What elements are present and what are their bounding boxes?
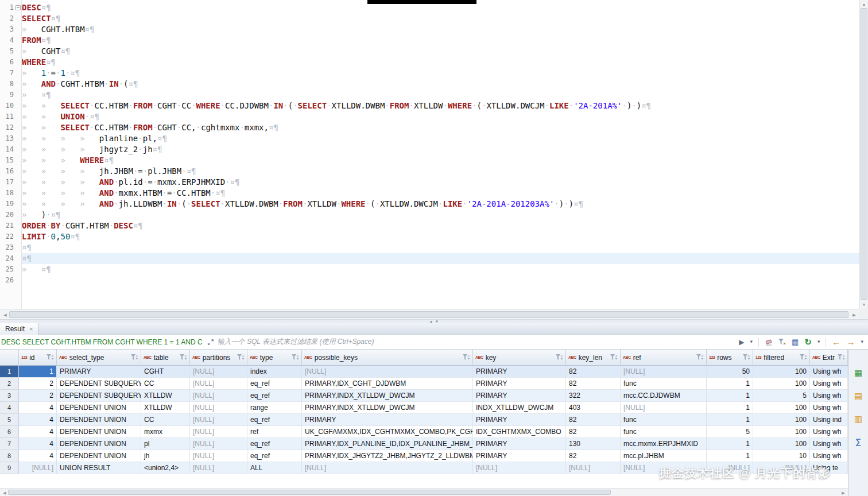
grid-cell[interactable]: 5 bbox=[707, 426, 753, 438]
scroll-left-icon[interactable]: ◀ bbox=[1, 313, 9, 317]
grid-cell[interactable]: DEPENDENT SUBQUERY bbox=[57, 378, 141, 390]
grid-cell[interactable]: 100 bbox=[753, 402, 810, 414]
grid-cell[interactable]: mcc.CC.DJDWBM bbox=[621, 390, 707, 402]
grid-cell[interactable]: INDX_XTLLDW_DWCJM bbox=[473, 402, 566, 414]
grid-cell[interactable]: DEPENDENT UNION bbox=[57, 438, 141, 450]
grid-cell[interactable]: UNION RESULT bbox=[57, 462, 141, 474]
grid-cell[interactable]: [NULL] bbox=[190, 414, 247, 426]
code-line[interactable]: » CGHT.HTBM¤¶ bbox=[22, 24, 859, 35]
expand-filter-icon[interactable] bbox=[207, 339, 214, 346]
grid-cell[interactable]: [NULL] bbox=[190, 402, 247, 414]
grid-cell[interactable]: 403 bbox=[566, 402, 621, 414]
editor-vertical-scrollbar[interactable]: ▲ ▼ bbox=[859, 0, 868, 309]
code-line[interactable]: » » UNION·¤¶ bbox=[22, 111, 859, 122]
panel-calc-icon[interactable]: ∑ bbox=[855, 437, 861, 445]
column-filter-icon[interactable] bbox=[180, 354, 187, 361]
grid-cell[interactable]: CC bbox=[141, 414, 190, 426]
row-number[interactable]: 7 bbox=[0, 438, 19, 450]
code-line[interactable]: » » SELECT·CC.HTBM·FROM·CGHT·CC,·cghtmxm… bbox=[22, 122, 859, 133]
grid-cell[interactable]: PRIMARY,IDX_CGHT_DJDWBM bbox=[302, 378, 473, 390]
grid-cell[interactable]: Using wh bbox=[810, 402, 848, 414]
tab-result[interactable]: Result × bbox=[0, 323, 38, 335]
code-line[interactable]: ¤¶ bbox=[22, 253, 859, 264]
code-line[interactable]: LIMIT·0,50¤¶ bbox=[22, 231, 859, 242]
grid-cell[interactable]: PRIMARY bbox=[473, 414, 566, 426]
code-line[interactable]: » ¤¶ bbox=[22, 264, 859, 275]
grid-cell[interactable]: 1 bbox=[707, 438, 753, 450]
grid-cell[interactable]: eq_ref bbox=[247, 378, 302, 390]
code-line[interactable]: » » » » jh.JHBM·=·pl.JHBM·¤¶ bbox=[22, 166, 859, 177]
code-area[interactable]: DESC¤¶SELECT¤¶» CGHT.HTBM¤¶FROM¤¶» CGHT¤… bbox=[22, 0, 859, 309]
grid-cell[interactable]: 100 bbox=[753, 414, 810, 426]
fetch-dropdown-icon[interactable]: ▾ bbox=[861, 339, 863, 344]
column-filter-icon[interactable] bbox=[800, 354, 807, 361]
code-line[interactable]: » » » » AND·pl.id·=·mxmx.ERPJHMXID·¤¶ bbox=[22, 177, 859, 188]
filter-history-dropdown-icon[interactable]: ▾ bbox=[750, 339, 753, 344]
grid-cell[interactable]: 50 bbox=[707, 366, 753, 378]
grid-cell[interactable]: PRIMARY,INDX_XTLLDW_DWCJM bbox=[302, 390, 473, 402]
grid-row[interactable]: 22DEPENDENT SUBQUERYCC[NULL]eq_refPRIMAR… bbox=[0, 378, 848, 390]
row-number[interactable]: 3 bbox=[0, 390, 19, 402]
grid-cell[interactable]: mcc.mxmx.ERPJHMXID bbox=[621, 438, 707, 450]
grid-cell[interactable]: eq_ref bbox=[247, 450, 302, 462]
grid-cell[interactable]: 100 bbox=[753, 438, 810, 450]
code-line[interactable]: » » SELECT·CC.HTBM·FROM·CGHT·CC·WHERE·CC… bbox=[22, 100, 859, 111]
grid-cell[interactable]: ALL bbox=[247, 462, 302, 474]
grid-row[interactable]: 74DEPENDENT UNIONpl[NULL]eq_refPRIMARY,I… bbox=[0, 438, 848, 450]
grid-cell[interactable]: [NULL] bbox=[302, 462, 473, 474]
scroll-up-icon[interactable]: ▲ bbox=[860, 2, 868, 6]
grid-cell[interactable]: [NULL] bbox=[621, 402, 707, 414]
grid-cell[interactable]: [NULL] bbox=[190, 390, 247, 402]
grid-cell[interactable]: PRIMARY bbox=[473, 450, 566, 462]
grid-cell[interactable]: jh bbox=[141, 450, 190, 462]
grid-cell[interactable]: 4 bbox=[19, 438, 57, 450]
grid-row[interactable]: 54DEPENDENT UNIONCC[NULL]eq_refPRIMARYPR… bbox=[0, 414, 848, 426]
row-number[interactable]: 8 bbox=[0, 450, 19, 462]
result-grid[interactable]: 123idABCselect_typeABCtableABCpartitions… bbox=[0, 350, 848, 474]
column-filter-icon[interactable] bbox=[237, 354, 245, 361]
row-number[interactable]: 6 bbox=[0, 426, 19, 438]
column-filter-icon[interactable] bbox=[696, 354, 704, 361]
grid-cell[interactable]: [NULL] bbox=[473, 462, 566, 474]
grid-horizontal-scrollbar[interactable]: ◀ ▶ bbox=[0, 488, 848, 496]
code-line[interactable]: SELECT¤¶ bbox=[22, 13, 859, 24]
grid-cell[interactable]: 82 bbox=[566, 450, 621, 462]
grid-cell[interactable]: PRIMARY bbox=[473, 366, 566, 378]
grid-cell[interactable]: 1 bbox=[707, 450, 753, 462]
grid-cell[interactable]: DEPENDENT UNION bbox=[57, 450, 141, 462]
fold-collapse-icon[interactable]: − bbox=[16, 5, 21, 10]
grid-cell[interactable]: 2 bbox=[19, 390, 57, 402]
pane-splitter[interactable]: ▲ ▼ bbox=[0, 319, 868, 323]
column-header-partitions[interactable]: ABCpartitions bbox=[190, 350, 247, 366]
grid-cell[interactable]: eq_ref bbox=[247, 438, 302, 450]
grid-cell[interactable]: [NULL] bbox=[302, 366, 473, 378]
column-header-possible_keys[interactable]: ABCpossible_keys bbox=[302, 350, 473, 366]
grid-cell[interactable]: UK_CGFAMXMX,IDX_CGHTMXMX_COMBO,PK_CGH bbox=[302, 426, 473, 438]
grid-row[interactable]: 11PRIMARYCGHT[NULL]index[NULL]PRIMARY82[… bbox=[0, 366, 848, 378]
grid-cell[interactable]: Using wh bbox=[810, 366, 848, 378]
grid-cell[interactable]: 82 bbox=[566, 426, 621, 438]
code-line[interactable]: » » » » AND·mxmx.HTBM·=·CC.HTBM·¤¶ bbox=[22, 188, 859, 199]
editor-horizontal-scrollbar[interactable]: ◀ ▶ bbox=[0, 309, 859, 319]
grid-cell[interactable]: 4 bbox=[19, 402, 57, 414]
code-line[interactable]: » » » » AND·jh.LLDWBM·IN·(·SELECT·XTLLDW… bbox=[22, 199, 859, 210]
filter-expression-input[interactable]: 输入一个 SQL 表达式来过滤结果 (使用 Ctrl+Space) bbox=[218, 337, 733, 347]
column-filter-icon[interactable] bbox=[463, 354, 470, 361]
column-filter-icon[interactable] bbox=[838, 354, 845, 361]
column-header-table[interactable]: ABCtable bbox=[141, 350, 190, 366]
grid-cell[interactable]: [NULL] bbox=[190, 378, 247, 390]
grid-cell[interactable]: 1 bbox=[707, 402, 753, 414]
code-line[interactable]: » CGHT¤¶ bbox=[22, 46, 859, 57]
row-number[interactable]: 1 bbox=[0, 366, 19, 378]
previous-page-icon[interactable]: ← bbox=[832, 338, 840, 346]
grid-cell[interactable]: 82 bbox=[566, 366, 621, 378]
grid-cell[interactable]: Using wh bbox=[810, 390, 848, 402]
grid-row[interactable]: 64DEPENDENT UNIONmxmx[NULL]refUK_CGFAMXM… bbox=[0, 426, 848, 438]
grid-corner-cell[interactable] bbox=[0, 350, 19, 366]
clear-filter-icon[interactable] bbox=[765, 339, 773, 346]
grid-cell[interactable]: Using wh bbox=[810, 378, 848, 390]
grid-cell[interactable]: mxmx bbox=[141, 426, 190, 438]
refresh-dropdown-icon[interactable]: ▾ bbox=[817, 339, 820, 344]
row-number[interactable]: 2 bbox=[0, 378, 19, 390]
grid-cell[interactable]: [NULL] bbox=[566, 462, 621, 474]
